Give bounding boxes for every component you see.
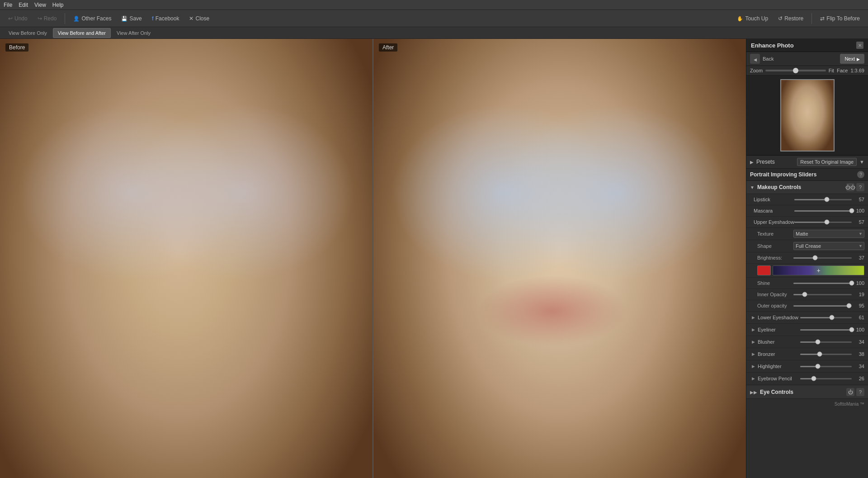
color-swatch[interactable]	[757, 265, 771, 275]
inner-opacity-slider-wrap[interactable]	[793, 291, 852, 298]
brightness-slider-wrap[interactable]	[793, 254, 852, 261]
toolbar-separator-2	[811, 13, 812, 24]
eyebrow-pencil-row[interactable]: ▶ Eyebrow Pencil 26	[746, 373, 868, 385]
save-button[interactable]: Save	[118, 14, 145, 23]
eye-controls-power-button[interactable]: ⏻	[846, 388, 854, 396]
back-arrow[interactable]	[750, 54, 760, 64]
before-image	[0, 39, 373, 478]
shape-select[interactable]: Full Crease Half Cut	[793, 242, 864, 250]
bronzer-row[interactable]: ▶ Bronzer 38	[746, 348, 868, 360]
before-panel: Before	[0, 39, 373, 478]
sliders-area[interactable]: Makeup Controls ⏻ ? Lipstick	[746, 181, 868, 478]
shape-dropdown-wrapper[interactable]: Full Crease Half Cut ▼	[793, 242, 864, 250]
highlighter-row[interactable]: ▶ Highlighter 34	[746, 360, 868, 373]
blusher-track	[800, 341, 852, 343]
inner-opacity-thumb[interactable]	[802, 292, 807, 297]
shine-slider-wrap[interactable]	[793, 279, 852, 287]
mascara-thumb[interactable]	[849, 208, 854, 213]
outer-opacity-track	[793, 305, 852, 307]
makeup-controls-title: Makeup Controls	[757, 184, 846, 190]
bronzer-thumb[interactable]	[817, 352, 822, 357]
redo-button[interactable]: Redo	[34, 14, 61, 23]
color-plus-icon[interactable]: +	[816, 267, 820, 274]
blusher-thumb[interactable]	[815, 340, 820, 345]
eye-controls-help-button[interactable]: ?	[856, 388, 864, 396]
eyebrow-pencil-thumb[interactable]	[811, 376, 816, 381]
upper-eyeshadow-thumb[interactable]	[825, 220, 830, 225]
touch-up-button[interactable]: Touch Up	[733, 14, 772, 23]
mascara-row: Mascara 100	[746, 205, 868, 217]
outer-opacity-row: Outer opacity 95	[746, 300, 868, 312]
inner-opacity-value: 19	[852, 292, 864, 297]
highlighter-thumb[interactable]	[815, 364, 820, 369]
outer-opacity-slider-wrap[interactable]	[793, 302, 852, 309]
zoom-slider[interactable]	[765, 70, 826, 71]
eyeliner-fill	[800, 329, 852, 331]
close-button[interactable]: Close	[185, 14, 213, 23]
thumbnail-area	[746, 76, 868, 156]
presets-dropdown-arrow[interactable]: ▼	[859, 159, 864, 165]
texture-select[interactable]: Matte Shimmer Glitter	[793, 230, 864, 238]
power-icon-button[interactable]: ⏻	[846, 183, 854, 191]
menu-view[interactable]: View	[34, 2, 46, 8]
upper-eyeshadow-slider-wrap[interactable]	[794, 218, 852, 226]
texture-dropdown-wrapper[interactable]: Matte Shimmer Glitter ▼	[793, 230, 864, 238]
lower-eyeshadow-slider-wrap[interactable]	[800, 314, 852, 321]
eyebrow-pencil-value: 26	[852, 376, 864, 381]
lower-eyeshadow-row[interactable]: ▶ Lower Eyeshadow 61	[746, 312, 868, 324]
lipstick-slider-wrap[interactable]	[794, 196, 852, 203]
zoom-row: Zoom Fit Face 1:3.69	[746, 66, 868, 76]
eyeliner-slider-wrap[interactable]	[800, 326, 852, 333]
tab-after-only[interactable]: View After Only	[112, 28, 156, 38]
eyeliner-row[interactable]: ▶ Eyeliner 100	[746, 324, 868, 336]
shape-label: Shape	[757, 243, 793, 249]
tab-before-only[interactable]: View Before Only	[4, 28, 52, 38]
mascara-slider-wrap[interactable]	[794, 207, 852, 214]
next-button[interactable]: Next	[840, 54, 864, 64]
outer-opacity-label: Outer opacity	[757, 303, 793, 308]
tab-before-after[interactable]: View Before and After	[53, 28, 111, 38]
brightness-thumb[interactable]	[812, 256, 817, 260]
blusher-row[interactable]: ▶ Blusher 34	[746, 336, 868, 348]
other-faces-button[interactable]: Other Faces	[70, 14, 115, 23]
restore-button[interactable]: Restore	[774, 14, 807, 23]
menu-help[interactable]: Help	[52, 2, 64, 8]
bronzer-slider-wrap[interactable]	[800, 350, 852, 358]
shine-row: Shine 100	[746, 278, 868, 289]
help-icon[interactable]: ?	[857, 171, 864, 178]
upper-eyeshadow-row: Upper Eyeshadow 57	[746, 217, 868, 228]
eyeliner-thumb[interactable]	[849, 327, 854, 332]
mascara-track	[794, 210, 852, 212]
presets-row: Presets Reset To Original Image ▼	[746, 156, 868, 169]
makeup-controls-section[interactable]: Makeup Controls ⏻ ?	[746, 181, 868, 194]
eyeliner-triangle: ▶	[752, 327, 755, 332]
zoom-thumb[interactable]	[793, 68, 798, 73]
eye-controls-section[interactable]: ▶ Eye Controls ⏻ ?	[746, 386, 868, 399]
lower-eyeshadow-thumb[interactable]	[829, 315, 834, 320]
eyebrow-pencil-slider-wrap[interactable]	[800, 375, 852, 382]
highlighter-track	[800, 366, 852, 367]
undo-button[interactable]: Undo	[5, 14, 31, 23]
zoom-face-label[interactable]: Face	[837, 68, 848, 73]
shine-thumb[interactable]	[849, 281, 854, 286]
toolbar: Undo Redo Other Faces Save Facebook Clos…	[0, 10, 868, 27]
menu-file[interactable]: File	[4, 2, 12, 8]
blusher-slider-wrap[interactable]	[800, 338, 852, 345]
flip-to-before-button[interactable]: Flip To Before	[816, 14, 863, 23]
outer-opacity-thumb[interactable]	[846, 303, 851, 308]
zoom-fit-label[interactable]: Fit	[829, 68, 834, 73]
help-section-button[interactable]: ?	[856, 183, 864, 191]
lipstick-thumb[interactable]	[825, 197, 830, 202]
menu-edit[interactable]: Edit	[19, 2, 28, 8]
color-gradient-picker[interactable]: +	[773, 265, 864, 275]
highlighter-slider-wrap[interactable]	[800, 363, 852, 370]
brightness-value: 37	[852, 255, 864, 260]
section-icons: ⏻ ?	[846, 183, 864, 191]
reset-button[interactable]: Reset To Original Image	[797, 158, 857, 166]
lower-eyeshadow-value: 61	[852, 315, 864, 320]
color-row: +	[746, 264, 868, 278]
presets-label[interactable]: Presets	[756, 159, 794, 165]
facebook-button[interactable]: Facebook	[148, 14, 183, 23]
enhance-close-button[interactable]: ✕	[856, 42, 863, 49]
eyebrow-pencil-triangle: ▶	[752, 376, 755, 381]
